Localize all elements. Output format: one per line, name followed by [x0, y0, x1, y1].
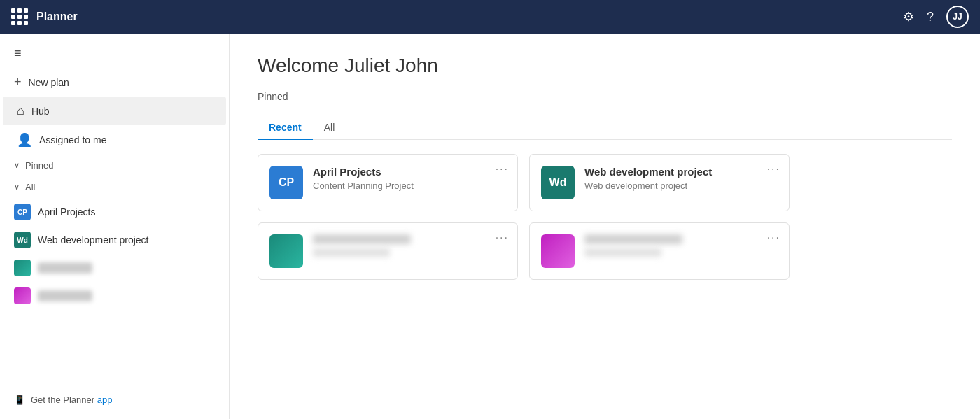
phone-icon: 📱: [14, 395, 25, 405]
april-label: April Projects: [38, 206, 95, 218]
chevron-icon: ∨: [14, 161, 20, 170]
help-icon[interactable]: ?: [927, 10, 934, 24]
assigned-label: Assigned to me: [39, 134, 107, 145]
sidebar-item-blurred2[interactable]: [0, 282, 229, 310]
card-icon-webdev: Wd: [541, 166, 575, 199]
sidebar-item-april[interactable]: CP April Projects: [0, 198, 229, 226]
app-title: Planner: [36, 10, 78, 23]
card-info-blurred1: [313, 234, 506, 257]
card-icon-april: CP: [270, 166, 303, 199]
card-webdev[interactable]: Wd Web development project Web developme…: [529, 154, 790, 211]
tabs: Recent All: [258, 116, 952, 140]
all-label: All: [25, 182, 35, 192]
new-plan-label: New plan: [29, 77, 69, 88]
card-subtitle-blurred2: [584, 248, 662, 257]
card-title-webdev: Web development project: [584, 166, 778, 178]
sidebar-item-assigned[interactable]: 👤 Assigned to me: [3, 125, 226, 155]
card-title-blurred1: [313, 234, 411, 244]
pinned-section-label: Pinned: [258, 91, 952, 102]
topbar: Planner ⚙ ? JJ: [0, 0, 980, 34]
sidebar-item-hub[interactable]: ⌂ Hub: [3, 97, 226, 125]
blurred-badge-2: [14, 287, 31, 304]
hub-label: Hub: [31, 106, 50, 117]
topbar-right: ⚙ ? JJ: [903, 6, 969, 28]
sidebar-footer: 📱 Get the Planner app: [0, 386, 229, 413]
card-icon-blurred1: [270, 234, 303, 268]
cards-grid: CP April Projects Content Planning Proje…: [258, 154, 790, 280]
all-section[interactable]: ∨ All: [0, 176, 229, 198]
card-menu-webdev[interactable]: ···: [767, 163, 780, 176]
sidebar-item-webdev[interactable]: Wd Web development project: [0, 226, 229, 254]
card-subtitle-blurred1: [313, 248, 390, 257]
blurred-badge-1: [14, 260, 31, 276]
app-link[interactable]: app: [97, 395, 113, 405]
person-icon: 👤: [17, 132, 32, 148]
content-area: Welcome Juliet John Pinned Recent All CP…: [230, 34, 980, 419]
card-subtitle-webdev: Web development project: [584, 180, 778, 191]
card-blurred2[interactable]: ···: [529, 222, 790, 280]
pinned-label: Pinned: [25, 160, 53, 171]
hub-icon: ⌂: [17, 104, 24, 118]
sidebar: ≡ + New plan ⌂ Hub 👤 Assigned to me ∨ Pi…: [0, 34, 230, 419]
blurred-label-1: [38, 262, 92, 274]
card-menu-blurred1[interactable]: ···: [496, 232, 509, 244]
topbar-left: Planner: [11, 8, 78, 25]
avatar[interactable]: JJ: [946, 6, 969, 28]
card-info-webdev: Web development project Web development …: [584, 166, 778, 191]
sidebar-item-blurred1[interactable]: [0, 254, 229, 282]
card-menu-april[interactable]: ···: [496, 163, 509, 176]
apps-icon[interactable]: [11, 8, 28, 25]
card-title-april: April Projects: [313, 166, 506, 178]
pinned-section[interactable]: ∨ Pinned: [0, 155, 229, 176]
main-layout: ≡ + New plan ⌂ Hub 👤 Assigned to me ∨ Pi…: [0, 34, 980, 419]
plus-icon: +: [14, 75, 22, 90]
tab-all[interactable]: All: [313, 116, 346, 140]
tab-recent[interactable]: Recent: [258, 116, 313, 140]
card-icon-blurred2: [541, 234, 575, 268]
card-subtitle-april: Content Planning Project: [313, 180, 506, 191]
card-info-blurred2: [584, 234, 778, 257]
april-badge: CP: [14, 204, 31, 220]
welcome-title: Welcome Juliet John: [258, 55, 952, 77]
sidebar-toggle[interactable]: ≡: [0, 39, 229, 68]
card-blurred1[interactable]: ···: [258, 222, 518, 280]
webdev-badge: Wd: [14, 232, 31, 248]
card-april[interactable]: CP April Projects Content Planning Proje…: [258, 154, 518, 211]
blurred-label-2: [38, 290, 92, 301]
settings-icon[interactable]: ⚙: [903, 9, 914, 24]
hamburger-icon: ≡: [14, 46, 22, 60]
chevron-icon: ∨: [14, 183, 20, 192]
card-info-april: April Projects Content Planning Project: [313, 166, 506, 191]
card-title-blurred2: [584, 234, 682, 244]
webdev-label: Web development project: [38, 234, 149, 246]
new-plan-button[interactable]: + New plan: [0, 68, 229, 97]
footer-text: Get the Planner app: [31, 395, 112, 405]
card-menu-blurred2[interactable]: ···: [767, 232, 780, 244]
